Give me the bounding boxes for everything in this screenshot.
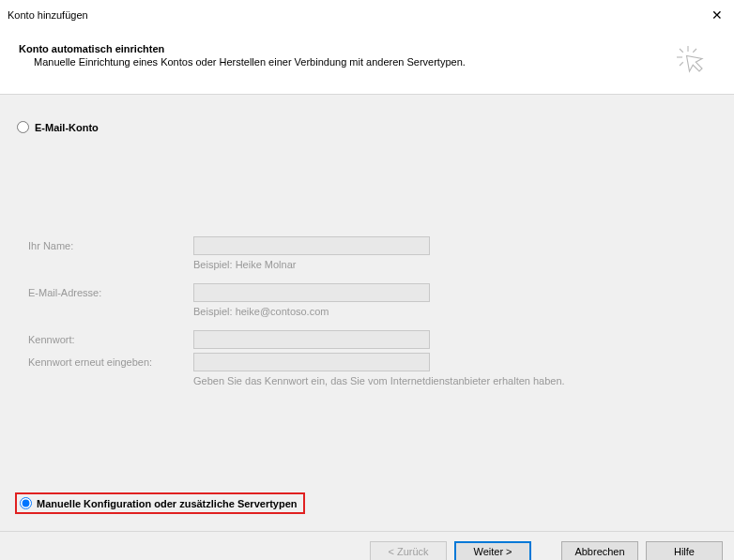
manual-config-radio[interactable] [20,497,32,509]
wizard-header: Konto automatisch einrichten Manuelle Ei… [0,30,734,94]
email-field [193,283,430,302]
email-account-label: E-Mail-Konto [35,122,99,133]
password-row: Kennwort: [28,330,717,349]
email-account-radio[interactable] [17,121,29,133]
manual-config-label: Manuelle Konfiguration oder zusätzliche … [37,498,298,509]
cancel-button[interactable]: Abbrechen [561,541,638,560]
manual-config-option[interactable]: Manuelle Konfiguration oder zusätzliche … [15,492,305,514]
name-field [193,236,430,255]
close-icon[interactable]: ✕ [708,6,726,24]
window-title: Konto hinzufügen [8,9,88,21]
form-area: Ihr Name: Beispiel: Heike Molnar E-Mail-… [28,236,717,386]
help-button[interactable]: Hilfe [646,541,723,560]
password-hint: Geben Sie das Kennwort ein, das Sie vom … [193,375,717,386]
email-account-option[interactable]: E-Mail-Konto [17,121,717,133]
next-button[interactable]: Weiter > [454,541,531,560]
name-label: Ihr Name: [28,240,193,251]
header-text: Konto automatisch einrichten Manuelle Ei… [19,43,674,68]
password-field [193,330,430,349]
email-label: E-Mail-Adresse: [28,287,193,298]
password-repeat-label: Kennwort erneut eingeben: [28,356,193,368]
svg-line-2 [680,49,683,53]
back-button: < Zurück [370,541,447,560]
email-row: E-Mail-Adresse: [28,283,717,302]
password-label: Kennwort: [28,334,193,345]
password-repeat-row: Kennwort erneut eingeben: [28,353,717,371]
footer-spacer [539,541,554,560]
cursor-click-icon [674,43,711,81]
svg-line-3 [693,49,696,53]
password-repeat-field [193,353,430,371]
svg-line-4 [680,62,683,66]
titlebar: Konto hinzufügen ✕ [0,0,734,30]
footer: < Zurück Weiter > Abbrechen Hilfe [0,531,734,560]
name-row: Ihr Name: [28,236,717,255]
header-title: Konto automatisch einrichten [19,43,674,54]
email-hint: Beispiel: heike@contoso.com [193,306,717,317]
content-area: E-Mail-Konto Ihr Name: Beispiel: Heike M… [0,95,734,531]
header-subtitle: Manuelle Einrichtung eines Kontos oder H… [34,56,674,68]
name-hint: Beispiel: Heike Molnar [193,259,717,270]
